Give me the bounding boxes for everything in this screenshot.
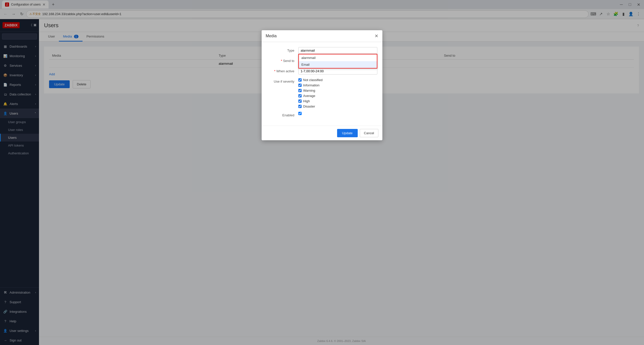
type-label: Type bbox=[267, 47, 294, 52]
dropdown-option-alarmmail[interactable]: alarmmail bbox=[299, 54, 377, 61]
severity-average-checkbox[interactable] bbox=[298, 94, 302, 97]
enabled-row: Enabled bbox=[267, 112, 377, 117]
severity-row: Use if severity Not classified Informati… bbox=[267, 78, 377, 108]
type-dropdown-list: alarmmail Email bbox=[298, 54, 377, 68]
severity-label: Use if severity bbox=[267, 78, 294, 83]
enabled-checkbox[interactable] bbox=[298, 112, 302, 115]
enabled-label: Enabled bbox=[267, 112, 294, 117]
when-active-wrap bbox=[298, 68, 377, 75]
media-modal: Media ✕ Type alarmmail Email alarmmail E… bbox=[262, 30, 382, 140]
modal-footer: Update Cancel bbox=[262, 126, 382, 140]
severity-information-checkbox[interactable] bbox=[298, 84, 302, 87]
severity-high[interactable]: High bbox=[298, 99, 377, 103]
modal-overlay: Media ✕ Type alarmmail Email alarmmail E… bbox=[0, 0, 644, 345]
when-active-label: When active bbox=[267, 68, 294, 73]
modal-title: Media bbox=[266, 34, 277, 38]
severity-average[interactable]: Average bbox=[298, 94, 377, 98]
modal-header: Media ✕ bbox=[262, 30, 382, 42]
severity-not-classified[interactable]: Not classified bbox=[298, 78, 377, 82]
enabled-wrap bbox=[298, 112, 377, 116]
severity-information[interactable]: Information bbox=[298, 83, 377, 87]
type-row: Type alarmmail Email alarmmail Email bbox=[267, 47, 377, 54]
severity-warning-checkbox[interactable] bbox=[298, 89, 302, 92]
severity-high-checkbox[interactable] bbox=[298, 99, 302, 103]
severity-not-classified-checkbox[interactable] bbox=[298, 78, 302, 82]
severity-disaster[interactable]: Disaster bbox=[298, 105, 377, 108]
modal-update-button[interactable]: Update bbox=[337, 129, 358, 137]
modal-close-button[interactable]: ✕ bbox=[375, 33, 378, 39]
severity-warning[interactable]: Warning bbox=[298, 89, 377, 92]
type-select[interactable]: alarmmail Email bbox=[298, 47, 377, 54]
type-select-wrapper: alarmmail Email alarmmail Email bbox=[298, 47, 377, 54]
severity-checkboxes: Not classified Information Warning bbox=[298, 78, 377, 108]
send-to-label: Send to bbox=[267, 57, 294, 63]
dropdown-option-email[interactable]: Email bbox=[299, 61, 377, 68]
when-active-input[interactable] bbox=[298, 68, 377, 75]
modal-body: Type alarmmail Email alarmmail Email Sen… bbox=[262, 42, 382, 126]
modal-cancel-button[interactable]: Cancel bbox=[360, 129, 378, 137]
severity-disaster-checkbox[interactable] bbox=[298, 105, 302, 108]
severity-wrap: Not classified Information Warning bbox=[298, 78, 377, 108]
when-active-row: When active bbox=[267, 68, 377, 75]
